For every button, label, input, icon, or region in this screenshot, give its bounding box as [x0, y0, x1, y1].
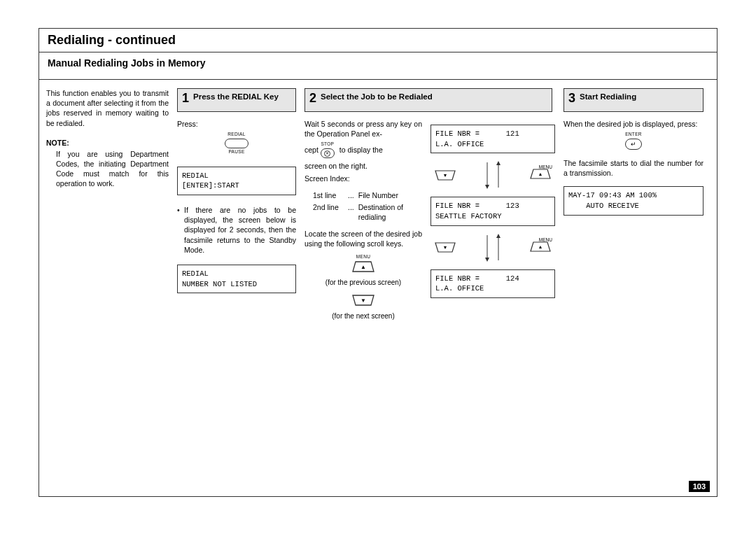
svg-marker-4 — [485, 185, 489, 189]
step-title: Select the Job to be Redialed — [321, 92, 433, 103]
redial-key: REDIAL PAUSE — [177, 132, 296, 155]
step-number: 2 — [309, 92, 316, 104]
step-3-column: 3 Start Redialing When the desired job i… — [564, 88, 704, 321]
step-2-block: 2 Select the Job to be Redialed Wait 5 s… — [304, 88, 555, 321]
svg-text:▲: ▲ — [538, 171, 543, 176]
screen-index-label: Screen Index: — [304, 174, 422, 183]
step3-para-b: The facsimile starts to dial the number … — [564, 158, 704, 178]
bullet-text: If there are no jobs to be displayed, th… — [184, 205, 296, 255]
idx-row1-lbl: 1st line — [313, 190, 348, 200]
lcd-display-2: REDIAL NUMBER NOT LISTED — [177, 265, 296, 293]
intro-column: This function enables you to transmit a … — [46, 88, 169, 321]
bullet-note: • If there are no jobs to be displayed, … — [177, 205, 296, 255]
next-caption: (for the next screen) — [304, 311, 422, 321]
title-bar: Redialing - continued — [39, 29, 717, 52]
enter-button-icon: ↵ — [625, 139, 642, 150]
down-button-icon: ▼ — [433, 242, 457, 253]
redial-label-bottom: PAUSE — [228, 149, 244, 155]
redial-button-icon — [225, 139, 248, 148]
lcd-line: AUTO RECEIVE — [568, 202, 639, 210]
step2-para-a: Wait 5 seconds or press any key on the O… — [304, 119, 422, 139]
scroll-pair-1: ▼ MENU ▲ — [433, 161, 552, 189]
intro-text: This function enables you to transmit a … — [46, 88, 169, 128]
lcd-line: L.A. OFFICE — [435, 140, 484, 148]
page-subtitle: Manual Redialing Jobs in Memory — [48, 57, 206, 69]
step-2-flow-column: FILE NBR = 121 L.A. OFFICE ▼ M — [430, 119, 555, 321]
stop-key-line: cept STOP ✕ to display the — [304, 141, 422, 158]
page-title: Redialing - continued — [48, 33, 176, 47]
press-label: Press: — [177, 119, 296, 129]
menu-label: MENU — [356, 254, 370, 260]
up-button-icon: ▲ — [350, 261, 377, 272]
idx-row2-lbl: 2nd line — [313, 202, 348, 222]
lcd-line: FILE NBR = 123 — [435, 202, 519, 210]
lcd-line: REDIAL — [182, 171, 209, 180]
lcd-file-121: FILE NBR = 121 L.A. OFFICE — [430, 125, 555, 153]
svg-text:▲: ▲ — [360, 264, 366, 270]
step-3-header: 3 Start Redialing — [564, 88, 704, 112]
step-title: Press the REDIAL Key — [193, 92, 279, 103]
step-1-header: 1 Press the REDIAL Key — [177, 88, 296, 112]
content-columns: This function enables you to transmit a … — [39, 80, 717, 329]
lcd-line: L.A. OFFICE — [435, 284, 484, 293]
stop-key: STOP ✕ — [321, 141, 335, 158]
step2-para-a2: to display the — [340, 145, 383, 155]
enter-key: ENTER ↵ — [564, 132, 704, 150]
redial-label-top: REDIAL — [227, 132, 245, 138]
svg-text:▼: ▼ — [360, 297, 366, 304]
down-key: ▼ — [304, 295, 422, 306]
lcd-file-123: FILE NBR = 123 SEATTLE FACTORY — [430, 197, 555, 225]
subtitle-bar: Manual Redialing Jobs in Memory — [39, 52, 717, 80]
stop-label: STOP — [321, 141, 334, 148]
step2-para-b: Locate the screen of the desired job usi… — [304, 229, 422, 248]
lcd-display-1: REDIAL [ENTER]:START — [177, 167, 296, 195]
note-label: NOTE: — [46, 138, 169, 148]
lcd-line: REDIAL — [182, 269, 209, 278]
svg-text:▼: ▼ — [443, 245, 448, 250]
step-number: 3 — [568, 92, 575, 104]
svg-marker-12 — [496, 234, 500, 238]
page-number: 103 — [689, 481, 710, 492]
step2-para-a3: screen on the right. — [304, 161, 422, 171]
step-1-column: 1 Press the REDIAL Key Press: REDIAL PAU… — [177, 88, 296, 321]
step-number: 1 — [182, 92, 189, 104]
flow-arrows-icon — [479, 234, 507, 262]
down-button-icon: ▼ — [433, 170, 457, 181]
lcd-file-124: FILE NBR = 124 L.A. OFFICE — [430, 269, 555, 298]
menu-up-key: MENU ▲ — [304, 254, 422, 272]
svg-marker-10 — [485, 258, 489, 262]
prev-caption: (for the previous screen) — [304, 278, 422, 288]
up-button-icon: ▲ — [528, 241, 552, 252]
lcd-line: FILE NBR = 121 — [435, 129, 519, 138]
manual-page: Redialing - continued Manual Redialing J… — [38, 28, 718, 497]
up-button-icon: ▲ — [528, 169, 552, 179]
scroll-pair-2: ▼ MENU ▲ — [433, 234, 552, 262]
svg-text:▲: ▲ — [538, 244, 543, 249]
bullet-dot: • — [177, 205, 184, 255]
step3-para-a: When the desired job is displayed, press… — [564, 119, 704, 129]
stop-button-icon: ✕ — [321, 148, 335, 158]
enter-label: ENTER — [625, 132, 642, 138]
step-2-text-column: Wait 5 seconds or press any key on the O… — [304, 119, 422, 321]
screen-index-list: 1st line ... File Number 2nd line ... De… — [304, 189, 422, 223]
lcd-line: SEATTLE FACTORY — [435, 212, 502, 220]
idx-row2-val: Destination of redialing — [358, 202, 422, 222]
cept-text: cept — [304, 145, 318, 155]
lcd-line: NUMBER NOT LISTED — [182, 280, 257, 288]
down-button-icon: ▼ — [350, 295, 377, 306]
lcd-line: [ENTER]:START — [182, 181, 239, 190]
flow-arrows-icon — [479, 161, 507, 189]
svg-marker-6 — [496, 161, 500, 165]
svg-text:▼: ▼ — [443, 173, 448, 178]
idx-row1-val: File Number — [358, 190, 422, 200]
step-title: Start Redialing — [580, 92, 636, 103]
lcd-line: FILE NBR = 124 — [435, 274, 519, 283]
step-2-header: 2 Select the Job to be Redialed — [304, 88, 552, 112]
note-body: If you are using Department Codes, the i… — [46, 149, 169, 189]
lcd-status: MAY-17 09:43 AM 100% AUTO RECEIVE — [564, 186, 704, 215]
lcd-line: MAY-17 09:43 AM 100% — [568, 191, 657, 199]
